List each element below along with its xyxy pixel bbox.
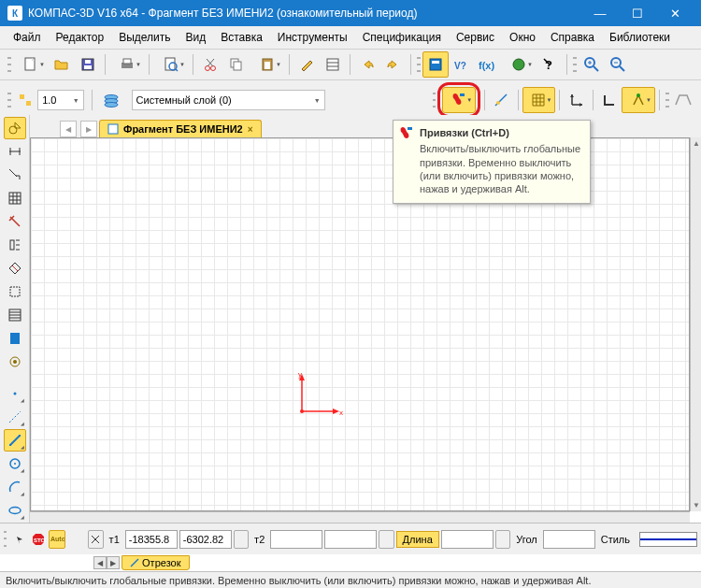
point-tool[interactable]	[4, 382, 26, 405]
prop-tab-right[interactable]: ▶	[107, 556, 120, 569]
tab-nav-right[interactable]: ▶	[80, 121, 97, 137]
ellipse-tool[interactable]	[4, 499, 26, 522]
param-palette-button[interactable]	[4, 234, 26, 256]
help-button[interactable]: ?	[536, 51, 563, 78]
menu-insert[interactable]: Вставка	[213, 28, 270, 47]
annotations-palette-button[interactable]	[4, 164, 26, 186]
toolbar-grip[interactable]	[7, 54, 11, 75]
prop-angle-label: Угол	[512, 534, 541, 545]
menu-window[interactable]: Окно	[502, 28, 543, 47]
segment-tool[interactable]	[4, 429, 26, 452]
redo-button[interactable]	[380, 51, 407, 78]
layer-combo[interactable]: Системный слой (0)	[132, 90, 325, 110]
states-button[interactable]	[13, 87, 37, 113]
menu-tools[interactable]: Инструменты	[270, 28, 355, 47]
manager-button[interactable]	[422, 51, 449, 78]
variables-button[interactable]: V?	[449, 51, 475, 78]
document-tab-active[interactable]: Фрагмент БЕЗ ИМЕНИ2 ×	[99, 120, 262, 137]
menu-help[interactable]: Справка	[543, 28, 602, 47]
prop-x2-input[interactable]	[270, 530, 322, 549]
table-palette-button[interactable]	[4, 187, 26, 209]
menu-bar: Файл Редактор Выделить Вид Вставка Инстр…	[0, 26, 701, 50]
edit-palette-button[interactable]	[4, 210, 26, 233]
new-doc-button[interactable]	[13, 51, 49, 78]
save-button[interactable]	[75, 51, 101, 78]
local-cs-button[interactable]	[564, 87, 588, 113]
svg-line-59	[12, 265, 18, 271]
prop-t2-toggle[interactable]	[234, 530, 249, 549]
open-button[interactable]	[49, 51, 75, 78]
menu-libs[interactable]: Библиотеки	[602, 28, 678, 47]
round-button[interactable]	[622, 87, 655, 113]
prop-xy-toggle[interactable]	[88, 530, 103, 549]
copy-button[interactable]	[223, 51, 250, 78]
vertical-scrollbar[interactable]	[690, 137, 701, 511]
circle-tool[interactable]	[4, 452, 26, 475]
svg-rect-72	[19, 435, 21, 437]
toolbar-grip[interactable]	[7, 90, 11, 110]
prop-len-toggle[interactable]	[379, 530, 393, 549]
sketch-button[interactable]	[671, 87, 695, 113]
minimize-button[interactable]: —	[581, 0, 619, 26]
preview-button[interactable]	[153, 51, 189, 78]
grid-button[interactable]	[522, 87, 556, 113]
prop-arrow-button[interactable]	[12, 530, 27, 549]
horizontal-scrollbar[interactable]	[30, 511, 690, 523]
prop-angle-input[interactable]	[543, 530, 595, 549]
prop-y2-input[interactable]	[324, 530, 377, 549]
ortho-button[interactable]	[597, 87, 622, 113]
toolbar-grip[interactable]	[417, 54, 421, 75]
prop-auto-button[interactable]: Auto	[49, 530, 65, 549]
menu-file[interactable]: Файл	[6, 28, 49, 47]
zoom-out-button[interactable]	[605, 51, 631, 78]
prop-tab-left[interactable]: ◀	[93, 556, 107, 569]
fx-button[interactable]: f(x)	[475, 51, 501, 78]
print-button[interactable]	[109, 51, 145, 78]
prop-stop-button[interactable]: STOP	[30, 530, 47, 549]
drawing-canvas[interactable]: y x	[30, 137, 690, 511]
properties-button[interactable]	[320, 51, 346, 78]
property-bar: STOP Auto т1 т2 Длина Угол Стиль	[0, 523, 701, 554]
layers-button[interactable]	[96, 89, 126, 111]
prop-x1-input[interactable]	[125, 530, 178, 549]
spec-palette-button[interactable]	[4, 304, 26, 326]
snaps-button[interactable]	[442, 87, 476, 113]
svg-line-49	[9, 169, 17, 177]
toolbar-grip[interactable]	[573, 54, 577, 75]
parametric-button[interactable]	[489, 87, 513, 113]
select-palette-button[interactable]	[4, 280, 26, 303]
toolbar-grip[interactable]	[433, 90, 436, 110]
menu-spec[interactable]: Спецификация	[355, 28, 449, 47]
menu-editor[interactable]: Редактор	[49, 28, 112, 47]
reports-palette-button[interactable]	[4, 327, 26, 350]
dimension-palette-button[interactable]	[4, 140, 26, 163]
property-tab-active[interactable]: Отрезок	[122, 555, 190, 570]
prop-ang-toggle[interactable]	[495, 530, 510, 549]
measure-palette-button[interactable]	[4, 257, 26, 280]
arc-tool[interactable]	[4, 476, 26, 498]
paste-button[interactable]	[250, 51, 285, 78]
menu-service[interactable]: Сервис	[449, 28, 502, 47]
prop-length-input[interactable]	[441, 530, 494, 549]
undo-button[interactable]	[354, 51, 380, 78]
close-button[interactable]: ✕	[656, 0, 694, 26]
insert-palette-button[interactable]	[4, 351, 26, 373]
zoom-in-button[interactable]	[579, 51, 605, 78]
brush-button[interactable]	[293, 51, 320, 78]
prop-y1-input[interactable]	[179, 530, 232, 549]
prop-length-label[interactable]: Длина	[396, 531, 439, 548]
globe-button[interactable]	[501, 51, 536, 78]
toolbar-grip[interactable]	[4, 529, 7, 550]
menu-view[interactable]: Вид	[179, 28, 214, 47]
toolbar-grip[interactable]	[665, 90, 669, 110]
menu-select[interactable]: Выделить	[111, 28, 178, 47]
prop-style-swatch[interactable]	[639, 532, 697, 547]
tab-nav-left[interactable]: ◀	[60, 121, 77, 137]
maximize-button[interactable]: ☐	[619, 0, 656, 26]
cut-button[interactable]	[197, 51, 223, 78]
aux-line-tool[interactable]	[4, 406, 26, 428]
geometry-palette-button[interactable]	[4, 117, 26, 139]
document-tab-close[interactable]: ×	[248, 124, 253, 135]
separator	[593, 90, 594, 110]
lineweight-combo[interactable]: 1.0	[37, 90, 83, 110]
